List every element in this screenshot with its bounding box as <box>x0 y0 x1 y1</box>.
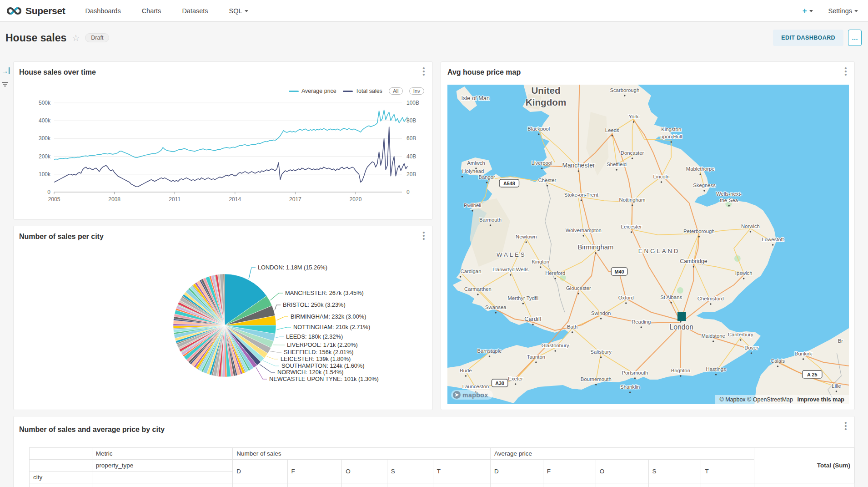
col-header-T[interactable]: T <box>433 460 490 483</box>
map-graphic: Isle of ManScarboroughYorkBlackpoolLeeds… <box>447 85 849 404</box>
pie-chart[interactable]: LONDON: 1.18M (15.26%)MANCHESTER: 267k (… <box>14 244 433 408</box>
edit-dashboard-button[interactable]: EDIT DASHBOARD <box>773 30 843 46</box>
map-place-label: Skegness <box>693 183 716 188</box>
favorite-star-icon[interactable]: ☆ <box>72 33 80 43</box>
legend-item[interactable]: Total sales <box>343 88 382 94</box>
total-header: Total (Sum) <box>754 448 854 483</box>
card-sales-and-price-by-city: Number of sales and average price by cit… <box>13 416 855 487</box>
col-header-D[interactable]: D <box>490 460 543 483</box>
london-price-marker[interactable] <box>677 312 686 321</box>
chevron-down-icon <box>854 10 858 12</box>
map-place-label: Swindon <box>591 310 611 316</box>
map-place-label: Mablethorpe <box>686 166 715 172</box>
map-region-label: Kingdom <box>526 97 567 107</box>
col-header-F[interactable]: F <box>543 460 596 483</box>
legend-pill-all[interactable]: All <box>389 87 403 95</box>
chart-title: Number of sales per city <box>19 233 104 241</box>
pivot-table: MetricNumber of salesAverage priceTotal … <box>29 447 854 487</box>
col-header-O[interactable]: O <box>596 460 648 483</box>
chart-menu-kebab-icon[interactable]: ••• <box>421 231 427 240</box>
map-place-label: Shanklin <box>620 384 640 390</box>
brand-name: Superset <box>25 5 65 16</box>
col-header-T[interactable]: T <box>701 460 754 483</box>
map-place-label: Taunton <box>527 354 545 360</box>
pie-label-connector <box>260 365 275 373</box>
map-place-label: Br <box>838 338 843 344</box>
nav-item-charts[interactable]: Charts <box>142 7 161 15</box>
col-header-D[interactable]: D <box>233 460 287 483</box>
map-place-label: Launceston <box>462 384 489 389</box>
col-header-F[interactable]: F <box>287 460 342 483</box>
improve-map-link[interactable]: Improve this map <box>798 396 845 403</box>
mapbox-logo[interactable]: ➤ mapbox <box>451 390 493 400</box>
map-place-label: Lille <box>832 383 841 389</box>
top-navbar: Superset Dashboards Charts Datasets SQL … <box>0 0 868 22</box>
map-place-label: Lowestoft <box>762 237 784 242</box>
map-place-label: Bude <box>460 368 472 373</box>
map-attribution: © Mapbox © OpenStreetMap Improve this ma… <box>715 395 849 404</box>
map-place-label: Kington <box>532 259 549 264</box>
nav-item-dashboards[interactable]: Dashboards <box>85 7 120 15</box>
pie-label-connector <box>256 367 267 379</box>
map-place-label: Doncaster <box>621 150 644 156</box>
map-canvas[interactable]: Isle of ManScarboroughYorkBlackpoolLeeds… <box>447 85 849 404</box>
chart-menu-kebab-icon[interactable]: ••• <box>421 66 427 76</box>
svg-text:80B: 80B <box>406 117 416 124</box>
expand-filter-bar-icon[interactable]: → <box>1 67 10 74</box>
map-place-label: Amlwch <box>467 160 485 166</box>
map-region-label: WALES <box>497 251 527 258</box>
map-place-label: Bangor <box>478 174 495 180</box>
map-place-label: Newtown <box>516 234 537 239</box>
settings-menu[interactable]: Settings <box>828 7 858 15</box>
map-region-label: United <box>531 85 560 96</box>
pie-label-connector <box>263 361 279 366</box>
city-header: city <box>30 472 92 483</box>
svg-text:M40: M40 <box>614 269 624 274</box>
col-header-S[interactable]: S <box>387 460 433 483</box>
cell-number-of-sales: 635 <box>233 483 287 487</box>
status-badge: Draft <box>85 33 109 42</box>
pie-label-connector <box>249 268 256 279</box>
pie-label: BRISTOL: 250k (3.23%) <box>283 301 346 308</box>
pie-label-connector <box>267 356 278 359</box>
map-place-label: Dunkirk <box>794 351 812 356</box>
attribution-text[interactable]: © Mapbox © OpenStreetMap <box>719 396 793 403</box>
map-place-label: Reading <box>632 319 651 325</box>
chart-menu-kebab-icon[interactable]: ••• <box>843 421 849 431</box>
map-place-label: the-Sea <box>720 198 738 203</box>
map-place-label: Portsmouth <box>622 370 648 375</box>
filter-icon[interactable] <box>1 81 9 87</box>
cell-number-of-sales: 841 <box>342 483 387 487</box>
pie-label-connector <box>276 337 284 338</box>
row-city: ABBOTS LANGLEY <box>30 483 92 487</box>
col-header-O[interactable]: O <box>342 460 387 483</box>
map-place-label: Pwllheli <box>464 203 481 208</box>
svg-text:2008: 2008 <box>108 196 120 203</box>
map-place-label: Cardigan <box>461 269 482 274</box>
nav-item-datasets[interactable]: Datasets <box>182 7 208 15</box>
map-place-label: Barnstaple <box>477 348 502 354</box>
chevron-down-icon <box>245 10 248 12</box>
cell-average-price: 294k <box>648 483 701 487</box>
map-place-label: St Albans <box>660 294 682 300</box>
pie-label: SHEFFIELD: 156k (2.01%) <box>284 349 354 355</box>
dashboard-more-button[interactable]: … <box>848 30 862 46</box>
map-place-label: Gloucester <box>566 285 591 291</box>
svg-text:40B: 40B <box>406 153 416 160</box>
pie-label-connector <box>276 317 288 320</box>
chart-menu-kebab-icon[interactable]: ••• <box>843 66 849 76</box>
superset-logo[interactable]: Superset <box>6 5 65 16</box>
map-region-label: ENGLAND <box>638 248 680 254</box>
legend-item[interactable]: Average price <box>289 88 336 94</box>
pie-label-connector <box>271 293 283 300</box>
line-chart[interactable]: 00100k20B200k40B300k60B400k80B500k100B20… <box>20 97 427 211</box>
svg-text:60B: 60B <box>406 135 416 142</box>
chart-title: House sales over time <box>19 68 96 76</box>
cell-number-of-sales: 539 <box>92 483 233 487</box>
new-item-button[interactable]: + <box>803 6 813 15</box>
col-header-S[interactable]: S <box>648 460 701 483</box>
legend-pill-inv[interactable]: Inv <box>409 87 424 95</box>
nav-item-sql[interactable]: SQL <box>229 7 248 15</box>
map-place-label: Isle of Man <box>462 95 490 101</box>
chart-title: Avg house price map <box>447 68 521 76</box>
